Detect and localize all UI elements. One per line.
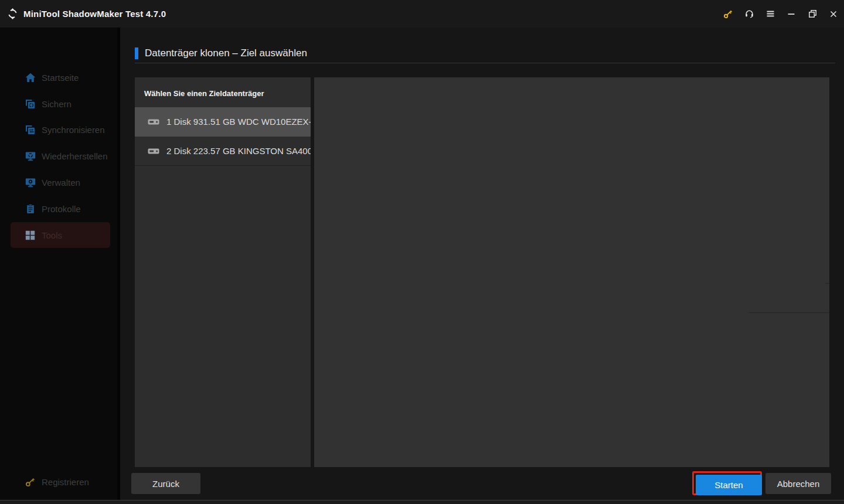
sidebar-item-wiederherstellen[interactable]: Wiederherstellen xyxy=(11,143,110,169)
disk-preview-panel xyxy=(314,77,829,467)
cancel-button[interactable]: Abbrechen xyxy=(765,473,831,494)
app-logo-icon xyxy=(7,8,18,19)
tools-grid-icon xyxy=(25,230,36,240)
sidebar-item-label: Startseite xyxy=(42,73,79,83)
sidebar-item-label: Verwalten xyxy=(42,178,80,188)
page-header: Datenträger klonen – Ziel auswählen xyxy=(135,47,307,59)
sidebar-item-label: Registrieren xyxy=(42,477,89,487)
start-button[interactable]: Starten xyxy=(696,475,762,495)
sidebar-item-startseite[interactable]: Startseite xyxy=(11,64,110,90)
title-accent-bar xyxy=(135,47,138,59)
sidebar-item-sichern[interactable]: Sichern xyxy=(11,91,110,117)
key-icon xyxy=(25,477,36,487)
red-highlight-annotation: Starten xyxy=(692,471,762,495)
minimize-button[interactable] xyxy=(781,0,802,28)
sidebar: Startseite Sichern Synchr xyxy=(0,28,120,500)
header-divider xyxy=(135,63,835,63)
close-button[interactable] xyxy=(823,0,844,28)
sidebar-item-label: Wiederherstellen xyxy=(42,151,108,161)
support-headset-icon[interactable] xyxy=(738,0,760,28)
backup-icon xyxy=(25,99,36,109)
sync-icon xyxy=(25,125,36,135)
menu-icon[interactable] xyxy=(760,0,781,28)
disk-label: 2 Disk 223.57 GB KINGSTON SA400S37 xyxy=(166,146,311,156)
sidebar-item-label: Synchronisieren xyxy=(42,125,105,135)
page-title: Datenträger klonen – Ziel auswählen xyxy=(145,47,307,59)
app-window: MiniTool ShadowMaker Test 4.7.0 xyxy=(0,0,844,504)
disk-label: 1 Disk 931.51 GB WDC WD10EZEX-08W xyxy=(166,117,311,127)
disk-icon xyxy=(148,148,159,154)
restore-window-button[interactable] xyxy=(802,0,823,28)
disk-option-2[interactable]: 2 Disk 223.57 GB KINGSTON SA400S37 xyxy=(135,137,311,166)
sidebar-item-protokolle[interactable]: Protokolle xyxy=(11,196,110,222)
disk-option-1[interactable]: 1 Disk 931.51 GB WDC WD10EZEX-08W xyxy=(135,107,311,137)
disk-icon xyxy=(148,119,159,125)
target-disk-panel: Wählen Sie einen Zieldatenträger 1 Disk … xyxy=(135,77,311,467)
titlebar: MiniTool ShadowMaker Test 4.7.0 xyxy=(0,0,844,28)
sidebar-item-registrieren[interactable]: Registrieren xyxy=(11,469,110,495)
sidebar-item-label: Tools xyxy=(42,230,62,240)
preview-divider xyxy=(748,312,829,313)
restore-icon xyxy=(25,151,36,161)
window-bottom-edge xyxy=(0,500,844,504)
sidebar-item-label: Sichern xyxy=(42,99,72,109)
window-title: MiniTool ShadowMaker Test 4.7.0 xyxy=(23,9,166,19)
back-button[interactable]: Zurück xyxy=(131,473,200,494)
disk-panel-header: Wählen Sie einen Zieldatenträger xyxy=(135,77,311,98)
manage-icon xyxy=(25,178,36,188)
preview-divider xyxy=(825,283,829,284)
titlebar-controls xyxy=(717,0,844,28)
logs-icon xyxy=(25,204,36,214)
sidebar-item-verwalten[interactable]: Verwalten xyxy=(11,169,110,195)
sidebar-item-synchronisieren[interactable]: Synchronisieren xyxy=(11,117,110,142)
disk-list: 1 Disk 931.51 GB WDC WD10EZEX-08W 2 Disk… xyxy=(135,107,311,166)
sidebar-item-label: Protokolle xyxy=(42,204,81,214)
home-icon xyxy=(25,73,36,83)
license-key-icon[interactable] xyxy=(717,0,738,28)
sidebar-item-tools[interactable]: Tools xyxy=(11,222,110,248)
